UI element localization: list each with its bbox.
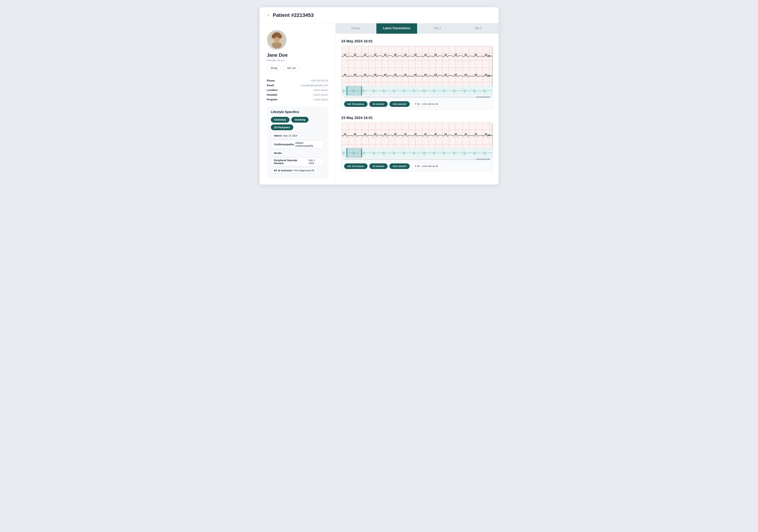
svg-rect-184: [361, 86, 362, 95]
ecg-control-btn-2[interactable]: 10,0 mm/mV: [390, 163, 410, 169]
tabs-row: HistoryLatest TransmitionsTab 1Tab 2: [336, 23, 499, 34]
main-layout: Jane Doe Female, 40 y.o 54 kg 167 cm Pho…: [259, 23, 499, 185]
hospital-row: Hospital: Lorem Ipsum: [267, 92, 328, 97]
program-row: Program: Lorem Ipsum: [267, 97, 328, 102]
ecg-control-btn-1[interactable]: 10 mm/mV: [369, 163, 388, 169]
lifestyle-outline-tags: Infarct: Sep 15 2024Cardiomyopathy: Dila…: [271, 133, 324, 173]
location-label: Location:: [267, 89, 278, 91]
vitals-row: 54 kg 167 cm: [267, 65, 300, 71]
ecg-channel-label: V6: [488, 74, 491, 77]
ecg-chart: V5V6: [342, 46, 493, 86]
program-value: Lorem Ipsum: [313, 98, 328, 101]
tab-latest[interactable]: Latest Transmitions: [376, 23, 417, 34]
email-value: example@example.com: [301, 84, 328, 87]
transmission-block: 24 May 2024 16:01V5V6Vel: 25 mm/sec10 mm…: [341, 39, 493, 109]
lifestyle-filled-tags: SedentarySmoking20 Packyears: [271, 117, 324, 130]
height-badge: 167 cm: [283, 65, 300, 71]
ecg-controls: Vel: 25 mm/sec10 mm/mV10,0 mm/mVF 50 ~ 0…: [342, 99, 493, 109]
ecg-wrapper: V5Vel: 25 mm/sec10 mm/mV10,0 mm/mVF 50 ~…: [341, 123, 493, 171]
svg-rect-182: [347, 86, 362, 95]
phone-label: Phone:: [267, 79, 275, 82]
right-panel: HistoryLatest TransmitionsTab 1Tab 2 24 …: [336, 23, 499, 185]
app-container: ‹ Patient #2213453: [259, 7, 499, 185]
avatar-section: Jane Doe Female, 40 y.o 54 kg 167 cm: [267, 30, 328, 75]
phone-row: Phone: +000 000 00 00: [267, 78, 328, 83]
phone-value: +000 000 00 00: [310, 79, 328, 82]
lifestyle-tag-filled[interactable]: Sedentary: [271, 117, 290, 123]
patient-name: Jane Doe: [267, 53, 288, 58]
ecg-wrapper: V5V6Vel: 25 mm/sec10 mm/mV10,0 mm/mVF 50…: [341, 46, 493, 109]
svg-rect-347: [361, 148, 362, 158]
transmission-date: 23 May 2024 16:01: [341, 116, 493, 120]
svg-point-9: [278, 37, 279, 38]
left-panel: Jane Doe Female, 40 y.o 54 kg 167 cm Pho…: [259, 23, 336, 185]
transmission-block: 23 May 2024 16:01V5Vel: 25 mm/sec10 mm/m…: [341, 116, 493, 171]
svg-rect-346: [346, 148, 347, 158]
transmissions-area: 24 May 2024 16:01V5V6Vel: 25 mm/sec10 mm…: [336, 34, 499, 185]
back-button[interactable]: ‹: [267, 13, 270, 18]
program-label: Program:: [267, 98, 278, 101]
lifestyle-tag-outline[interactable]: Cardiomyopathy: Dilated cardiomyopathy: [271, 140, 324, 149]
ecg-channel-label: V5: [488, 54, 491, 57]
lifestyle-section: Lifestyle Specifics SedentarySmoking20 P…: [267, 106, 328, 178]
header: ‹ Patient #2213453: [259, 7, 499, 23]
ecg-control-btn-3[interactable]: F 50 ~ 0,50-100 Hz W: [411, 101, 441, 107]
weight-badge: 54 kg: [267, 65, 281, 71]
tab-tab1[interactable]: Tab 1: [417, 23, 458, 34]
svg-point-8: [275, 37, 276, 38]
ecg-channel-label: V5: [488, 134, 491, 137]
transmission-date: 24 May 2024 16:01: [341, 39, 493, 43]
location-value: Lorem Ipsum: [313, 89, 328, 91]
hospital-value: Lorem Ipsum: [313, 93, 328, 96]
info-table: Phone: +000 000 00 00 Email: example@exa…: [267, 78, 328, 102]
lifestyle-tag-filled[interactable]: 20 Packyears: [271, 124, 293, 130]
ecg-control-btn-0[interactable]: Vel: 25 mm/sec: [344, 163, 367, 169]
ecg-navigator[interactable]: [342, 148, 493, 158]
ecg-control-btn-0[interactable]: Vel: 25 mm/sec: [344, 101, 367, 107]
ecg-controls: Vel: 25 mm/sec10 mm/mV10,0 mm/mVF 50 ~ 0…: [342, 161, 493, 171]
lifestyle-title: Lifestyle Specifics: [271, 110, 324, 114]
ecg-control-btn-2[interactable]: 10,0 mm/mV: [390, 101, 410, 107]
lifestyle-tag-outline[interactable]: AF at inclusion: First diagnosed AF: [271, 167, 324, 173]
ecg-control-btn-1[interactable]: 10 mm/mV: [369, 101, 388, 107]
svg-point-5: [278, 34, 282, 39]
svg-rect-183: [346, 86, 347, 95]
location-row: Location: Lorem Ipsum: [267, 88, 328, 92]
svg-point-4: [272, 34, 275, 39]
tab-history[interactable]: History: [336, 23, 376, 34]
svg-rect-345: [347, 148, 362, 158]
lifestyle-tag-filled[interactable]: Smoking: [291, 117, 308, 123]
email-label: Email:: [267, 84, 274, 87]
lifestyle-tag-outline[interactable]: Stroke: [271, 150, 324, 156]
tab-tab2[interactable]: Tab 2: [458, 23, 499, 34]
patient-gender-age: Female, 40 y.o: [267, 59, 285, 62]
avatar: [267, 30, 287, 50]
ecg-control-btn-3[interactable]: F 50 ~ 0,50-100 Hz W: [411, 163, 441, 169]
lifestyle-tag-outline[interactable]: Peripheral Vascular Disease: Feb 1 2024: [271, 158, 324, 166]
ecg-chart: V5: [342, 123, 493, 148]
svg-rect-7: [274, 42, 279, 44]
page-title: Patient #2213453: [273, 12, 314, 18]
ecg-navigator[interactable]: [342, 86, 493, 96]
lifestyle-tag-outline[interactable]: Infarct: Sep 15 2024: [271, 133, 324, 139]
hospital-label: Hospital:: [267, 93, 278, 96]
email-row: Email: example@example.com: [267, 83, 328, 88]
